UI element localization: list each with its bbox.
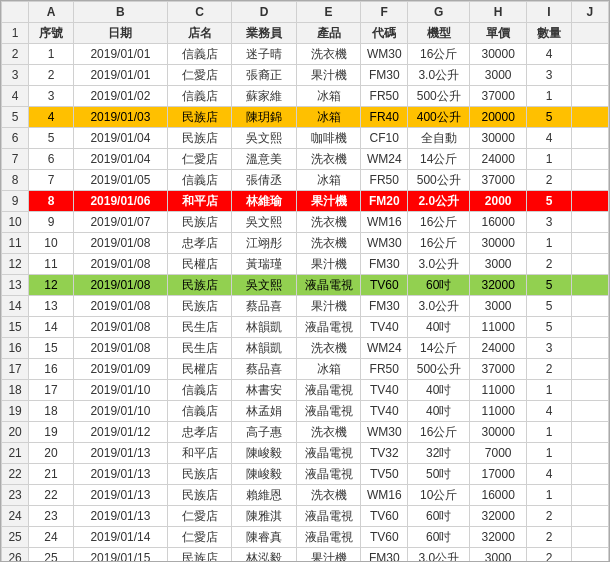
cell bbox=[571, 44, 608, 65]
table-row: 19182019/01/10信義店林孟娟液晶電視TV4040吋110004 bbox=[2, 401, 609, 422]
cell: 1 bbox=[527, 86, 572, 107]
cell: 2.0公升 bbox=[408, 191, 470, 212]
cell: 400公升 bbox=[408, 107, 470, 128]
row-number: 18 bbox=[2, 380, 29, 401]
row-number: 12 bbox=[2, 254, 29, 275]
table-row: 12112019/01/08民權店黃瑞瑾果汁機FM303.0公升30002 bbox=[2, 254, 609, 275]
cell: 林孟娟 bbox=[232, 401, 296, 422]
col-header-I: I bbox=[527, 2, 572, 23]
cell: 陳睿真 bbox=[232, 527, 296, 548]
cell: 37000 bbox=[470, 170, 527, 191]
cell: 2019/01/13 bbox=[73, 464, 167, 485]
cell: 16公斤 bbox=[408, 212, 470, 233]
cell: 2019/01/08 bbox=[73, 254, 167, 275]
cell bbox=[571, 338, 608, 359]
cell: 2019/01/13 bbox=[73, 443, 167, 464]
cell: 林韻凱 bbox=[232, 317, 296, 338]
cell: 37000 bbox=[470, 86, 527, 107]
col-header-G: G bbox=[408, 2, 470, 23]
cell: 冰箱 bbox=[296, 86, 360, 107]
row-number: 4 bbox=[2, 86, 29, 107]
cell: 4 bbox=[527, 44, 572, 65]
cell: 民生店 bbox=[167, 317, 231, 338]
cell: 1 bbox=[29, 44, 74, 65]
cell: 洗衣機 bbox=[296, 485, 360, 506]
table-row: 24232019/01/13仁愛店陳雅淇液晶電視TV6060吋320002 bbox=[2, 506, 609, 527]
cell: 信義店 bbox=[167, 401, 231, 422]
cell: 5 bbox=[527, 107, 572, 128]
cell: 2019/01/13 bbox=[73, 506, 167, 527]
row-number: 26 bbox=[2, 548, 29, 563]
cell: 50吋 bbox=[408, 464, 470, 485]
cell: 吳文熙 bbox=[232, 212, 296, 233]
cell: 店名 bbox=[167, 23, 231, 44]
table-row: 762019/01/04仁愛店溫意美洗衣機WM2414公斤240001 bbox=[2, 149, 609, 170]
cell: 果汁機 bbox=[296, 296, 360, 317]
table-row: 16152019/01/08民生店林韻凱洗衣機WM2414公斤240003 bbox=[2, 338, 609, 359]
cell: 溫意美 bbox=[232, 149, 296, 170]
cell: FM30 bbox=[361, 548, 408, 563]
cell: 40吋 bbox=[408, 380, 470, 401]
cell: 數量 bbox=[527, 23, 572, 44]
cell: 產品 bbox=[296, 23, 360, 44]
cell: 陳玥錦 bbox=[232, 107, 296, 128]
cell: 蘇家維 bbox=[232, 86, 296, 107]
table-row: 652019/01/04民族店吳文熙咖啡機CF10全自動300004 bbox=[2, 128, 609, 149]
cell: 洗衣機 bbox=[296, 149, 360, 170]
cell: 19 bbox=[29, 422, 74, 443]
cell: 2 bbox=[527, 254, 572, 275]
cell bbox=[571, 149, 608, 170]
cell bbox=[571, 380, 608, 401]
cell: 15 bbox=[29, 338, 74, 359]
row-number: 8 bbox=[2, 170, 29, 191]
column-header-row: A B C D E F G H I J bbox=[2, 2, 609, 23]
cell: 16000 bbox=[470, 212, 527, 233]
cell: 液晶電視 bbox=[296, 317, 360, 338]
cell: 冰箱 bbox=[296, 107, 360, 128]
cell: 20000 bbox=[470, 107, 527, 128]
cell: 2019/01/04 bbox=[73, 128, 167, 149]
cell: 1 bbox=[527, 380, 572, 401]
cell: 3.0公升 bbox=[408, 296, 470, 317]
cell: 果汁機 bbox=[296, 65, 360, 86]
cell bbox=[571, 212, 608, 233]
table-row: 14132019/01/08民族店蔡品喜果汁機FM303.0公升30005 bbox=[2, 296, 609, 317]
cell: TV40 bbox=[361, 380, 408, 401]
cell: 迷子晴 bbox=[232, 44, 296, 65]
cell: 2019/01/09 bbox=[73, 359, 167, 380]
cell: 1 bbox=[527, 233, 572, 254]
cell: WM30 bbox=[361, 422, 408, 443]
cell: TV40 bbox=[361, 401, 408, 422]
cell: 2019/01/06 bbox=[73, 191, 167, 212]
cell: TV60 bbox=[361, 275, 408, 296]
cell: 果汁機 bbox=[296, 548, 360, 563]
cell: 液晶電視 bbox=[296, 506, 360, 527]
cell bbox=[571, 128, 608, 149]
cell: 32000 bbox=[470, 506, 527, 527]
cell: 16 bbox=[29, 359, 74, 380]
cell: 5 bbox=[527, 317, 572, 338]
cell: 60吋 bbox=[408, 275, 470, 296]
cell: 24 bbox=[29, 527, 74, 548]
cell: 37000 bbox=[470, 359, 527, 380]
cell: 3.0公升 bbox=[408, 254, 470, 275]
table-row: 11102019/01/08忠孝店江翊彤洗衣機WM3016公斤300001 bbox=[2, 233, 609, 254]
cell: 信義店 bbox=[167, 380, 231, 401]
cell: 民權店 bbox=[167, 254, 231, 275]
table-row: 26252019/01/15民族店林泓毅果汁機FM303.0公升30002 bbox=[2, 548, 609, 563]
row-number: 17 bbox=[2, 359, 29, 380]
cell: 2019/01/10 bbox=[73, 380, 167, 401]
cell: 3000 bbox=[470, 65, 527, 86]
col-header-C: C bbox=[167, 2, 231, 23]
cell: FR50 bbox=[361, 359, 408, 380]
cell: 忠孝店 bbox=[167, 422, 231, 443]
cell: 2 bbox=[527, 506, 572, 527]
table-body: 1 序號 日期 店名 業務員 產品 代碼 機型 單價 數量 212019/01/… bbox=[2, 23, 609, 563]
cell: 500公升 bbox=[408, 170, 470, 191]
row-number: 14 bbox=[2, 296, 29, 317]
cell bbox=[571, 464, 608, 485]
table-row: 432019/01/02信義店蘇家維冰箱FR50500公升370001 bbox=[2, 86, 609, 107]
cell bbox=[571, 65, 608, 86]
cell: 17000 bbox=[470, 464, 527, 485]
cell: 2019/01/08 bbox=[73, 275, 167, 296]
